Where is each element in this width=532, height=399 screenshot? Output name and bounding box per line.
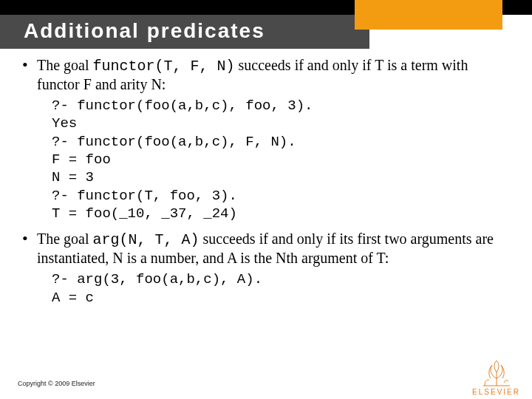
bullet-item: The goal functor(T, F, N) succeeds if an… xyxy=(22,56,510,227)
page-title: Additional predicates xyxy=(0,15,369,49)
copyright-text: Copyright © 2009 Elsevier xyxy=(18,380,95,387)
accent-box xyxy=(355,0,502,30)
tree-icon xyxy=(480,358,513,387)
code-block: ?- functor(foo(a,b,c), foo, 3). Yes ?- f… xyxy=(37,94,510,227)
bullet-item: The goal arg(N, T, A) succeeds if and on… xyxy=(22,230,510,311)
publisher-name: ELSEVIER xyxy=(472,388,520,396)
bullet-prefix: The goal xyxy=(37,231,93,247)
inline-code: arg(N, T, A) xyxy=(93,231,200,248)
bullet-prefix: The goal xyxy=(37,57,93,73)
publisher-logo: ELSEVIER xyxy=(472,358,520,396)
inline-code: functor(T, F, N) xyxy=(93,58,235,75)
slide-content: The goal functor(T, F, N) succeeds if an… xyxy=(0,49,532,311)
code-block: ?- arg(3, foo(a,b,c), A). A = c xyxy=(37,267,510,311)
